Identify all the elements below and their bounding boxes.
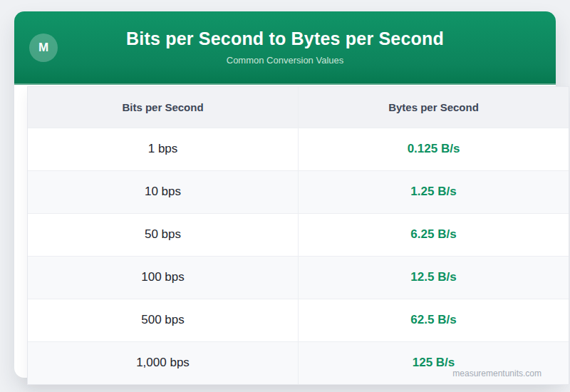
- table-row: 10 bps1.25 B/s: [28, 170, 569, 213]
- column-header-bytes: Bytes per Second: [299, 87, 569, 128]
- bits-cell: 50 bps: [28, 213, 299, 256]
- bits-cell: 100 bps: [28, 256, 299, 299]
- bits-cell: 10 bps: [28, 170, 299, 213]
- table-row: 1 bps0.125 B/s: [28, 128, 569, 170]
- bits-cell: 1,000 bps: [28, 341, 299, 384]
- bits-cell: 1 bps: [28, 128, 299, 170]
- brand-badge-letter: M: [38, 41, 48, 55]
- bytes-cell: 6.25 B/s: [299, 213, 569, 256]
- conversion-table: Bits per Second Bytes per Second 1 bps0.…: [27, 86, 569, 385]
- bytes-cell: 0.125 B/s: [299, 128, 569, 170]
- bytes-cell: 62.5 B/s: [299, 299, 569, 341]
- table-row: 50 bps6.25 B/s: [28, 213, 569, 256]
- bytes-cell: 1.25 B/s: [299, 170, 569, 213]
- brand-badge: M: [29, 33, 58, 62]
- table-row: 100 bps12.5 B/s: [28, 256, 569, 299]
- page-subtitle: Common Conversion Values: [14, 55, 556, 66]
- column-header-bits: Bits per Second: [28, 87, 299, 128]
- table-body: 1 bps0.125 B/s10 bps1.25 B/s50 bps6.25 B…: [28, 128, 569, 384]
- table-header-row: Bits per Second Bytes per Second: [28, 87, 569, 128]
- bits-cell: 500 bps: [28, 299, 299, 341]
- bytes-cell: 12.5 B/s: [299, 256, 569, 299]
- card-header: M Bits per Second to Bytes per Second Co…: [14, 11, 556, 85]
- site-watermark: measurementunits.com: [452, 368, 542, 378]
- table-head: Bits per Second Bytes per Second: [28, 87, 569, 128]
- table-row: 500 bps62.5 B/s: [28, 299, 569, 341]
- page-title: Bits per Second to Bytes per Second: [14, 11, 556, 49]
